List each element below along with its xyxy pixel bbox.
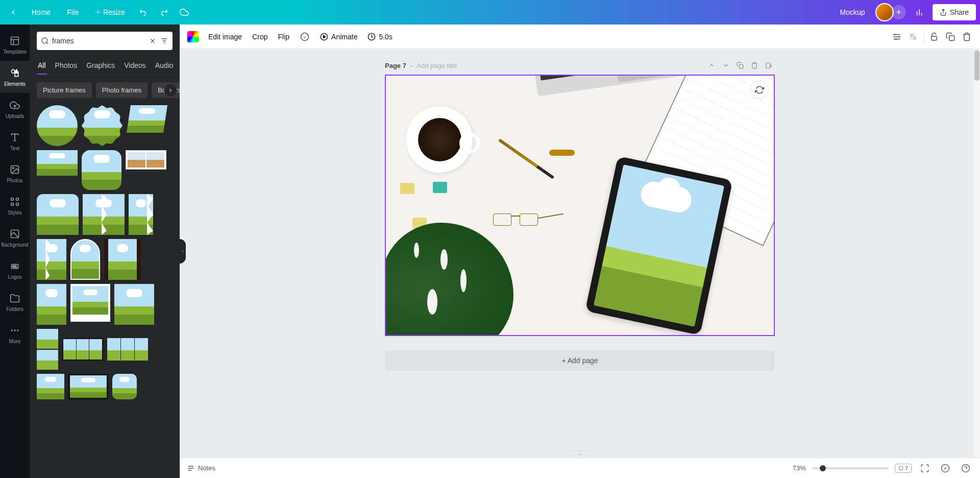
frame-arch1[interactable] (37, 194, 79, 235)
svg-rect-25 (913, 34, 916, 37)
uploads-icon (9, 99, 21, 111)
frame-rect2[interactable] (114, 284, 154, 325)
add-member-button[interactable]: + (892, 5, 906, 19)
frame-badge[interactable] (82, 105, 122, 146)
canvas-content[interactable] (386, 76, 774, 335)
nav-styles[interactable]: Styles (0, 189, 30, 222)
crop-button[interactable]: Crop (251, 30, 268, 44)
page-label: Page 7 (385, 62, 406, 69)
chip-picture-frames[interactable]: Picture frames (37, 82, 92, 98)
position-icon[interactable] (891, 31, 903, 43)
nav-folders[interactable]: Folders (0, 286, 30, 318)
chip-photo-frames[interactable]: Photo frames (96, 82, 148, 98)
tablet-screen-frame[interactable] (594, 164, 724, 327)
page-add-button[interactable] (763, 59, 775, 71)
vertical-scrollbar[interactable] (974, 49, 980, 458)
lock-icon[interactable] (928, 31, 940, 43)
tab-all[interactable]: All (37, 57, 47, 75)
frame-portrait2[interactable] (37, 284, 66, 325)
insights-button[interactable] (910, 3, 928, 21)
zoom-slider[interactable] (812, 467, 889, 469)
cloud-sync-icon[interactable] (175, 3, 193, 21)
page-delete-button[interactable] (748, 59, 761, 71)
search-input[interactable] (49, 33, 149, 49)
resize-button[interactable]: Resize (88, 4, 132, 20)
redo-button[interactable] (155, 3, 173, 21)
tab-videos[interactable]: Videos (123, 57, 147, 75)
page-count-button[interactable]: 7 (895, 464, 912, 473)
frame-triptych2[interactable] (107, 338, 148, 361)
frame-rounded2[interactable] (112, 374, 137, 399)
frame-polaroid2[interactable] (70, 284, 110, 322)
file-button[interactable]: File (60, 4, 86, 20)
frame-portrait1[interactable] (37, 239, 66, 280)
top-bar-right: Mockup + Share (834, 3, 976, 21)
panel-collapse-button[interactable] (180, 239, 186, 264)
fullscreen-button[interactable] (918, 461, 932, 475)
svg-rect-24 (913, 37, 916, 40)
clear-search-icon[interactable] (149, 37, 156, 44)
help-button[interactable] (959, 461, 973, 475)
canvas-frame[interactable] (385, 75, 775, 336)
pages-panel-toggle[interactable] (565, 450, 595, 458)
chips-scroll-right[interactable] (164, 84, 177, 97)
frame-circle[interactable] (37, 105, 78, 146)
frame-polaroid[interactable] (126, 150, 166, 170)
delete-icon[interactable] (961, 31, 973, 43)
frame-double-v[interactable] (37, 329, 58, 370)
checklist-button[interactable] (938, 461, 952, 475)
nav-background[interactable]: Background (0, 222, 30, 254)
frame-rounded[interactable] (82, 150, 121, 190)
info-icon[interactable] (299, 31, 311, 43)
page-up-button[interactable] (705, 59, 718, 71)
refresh-button[interactable] (750, 81, 769, 99)
page-down-button[interactable] (720, 59, 732, 71)
nav-uploads[interactable]: Uploads (0, 93, 30, 125)
flip-button[interactable]: Flip (277, 30, 291, 44)
nav-photos[interactable]: Photos (0, 157, 30, 189)
cloud-icon (639, 179, 694, 215)
frame-sq1[interactable] (37, 374, 64, 399)
page-title-input[interactable]: Add page title (416, 62, 457, 69)
tab-graphics[interactable]: Graphics (85, 57, 116, 75)
page-duplicate-button[interactable] (734, 59, 746, 71)
undo-button[interactable] (134, 3, 153, 21)
duration-button[interactable]: 5.0s (366, 30, 393, 44)
color-swatch[interactable] (187, 31, 199, 43)
chips-row: Picture frames Photo frames Borders (30, 75, 180, 105)
canvas-area[interactable]: Page 7 - Add page title (180, 49, 980, 458)
frame-trapezoid[interactable] (127, 105, 167, 133)
tablet-frame[interactable] (585, 156, 732, 335)
user-avatar[interactable] (875, 3, 894, 21)
duplicate-icon[interactable] (944, 31, 957, 43)
home-button[interactable]: Home (24, 4, 58, 20)
svg-point-13 (11, 329, 13, 331)
share-button[interactable]: Share (933, 4, 976, 20)
back-button[interactable] (4, 3, 22, 21)
nav-logos[interactable]: CO. Logos (0, 254, 30, 286)
frame-arch2[interactable] (70, 239, 100, 280)
templates-icon (9, 35, 21, 47)
edit-image-button[interactable]: Edit image (207, 30, 243, 44)
document-title[interactable]: Mockup (834, 4, 871, 20)
animate-button[interactable]: Animate (319, 30, 358, 44)
tab-photos[interactable]: Photos (54, 57, 79, 75)
frames-grid (30, 105, 180, 478)
frame-rect[interactable] (37, 150, 78, 176)
frame-border[interactable] (68, 374, 108, 399)
nav-text[interactable]: Text (0, 125, 30, 157)
nav-more[interactable]: More (0, 318, 30, 350)
frame-torn1[interactable] (83, 194, 125, 235)
tab-audio[interactable]: Audio (154, 57, 175, 75)
nav-elements[interactable]: Elements (0, 61, 30, 93)
filter-icon[interactable] (160, 37, 168, 45)
transparency-icon[interactable] (907, 31, 919, 43)
add-page-button[interactable]: + Add page (385, 350, 775, 371)
vertical-scrollbar-thumb[interactable] (974, 50, 979, 81)
frame-torn2[interactable] (129, 194, 153, 235)
frame-triptych[interactable] (62, 338, 103, 361)
zoom-slider-thumb[interactable] (820, 465, 826, 471)
nav-templates[interactable]: Templates (0, 29, 30, 61)
notes-button[interactable]: Notes (187, 464, 215, 472)
frame-film[interactable] (104, 239, 141, 280)
